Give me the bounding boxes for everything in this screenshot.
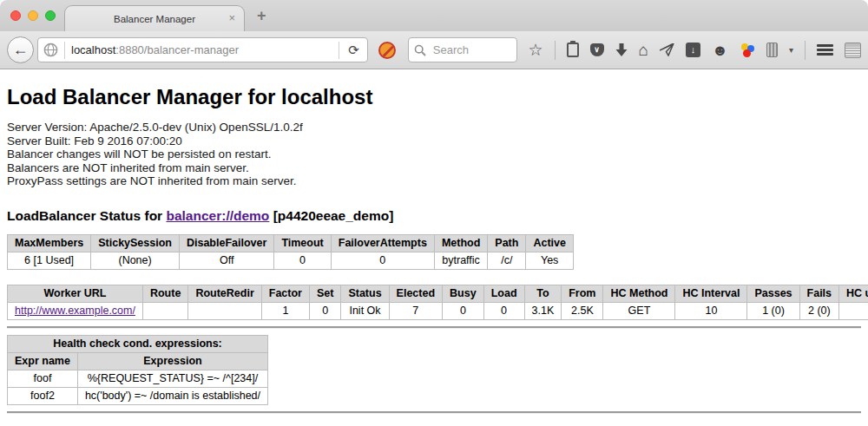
val-worker-url: http://www.example.com/ bbox=[8, 302, 143, 319]
content-blocked-icon[interactable] bbox=[378, 42, 396, 59]
val-hc-method: GET bbox=[603, 302, 675, 319]
pocket-icon[interactable]: ∨ bbox=[590, 43, 604, 56]
clipboard-icon[interactable] bbox=[567, 43, 579, 57]
worker-header-row: Worker URL Route RouteRedir Factor Set S… bbox=[8, 285, 868, 302]
globe-icon[interactable] bbox=[43, 43, 58, 57]
val-status: Init Ok bbox=[341, 302, 389, 319]
val-elected: 7 bbox=[389, 302, 442, 319]
search-input[interactable] bbox=[431, 43, 511, 57]
val-maxmembers: 6 [1 Used] bbox=[8, 252, 91, 269]
col-expr-name: Expr name bbox=[8, 352, 78, 370]
col-path: Path bbox=[488, 234, 526, 252]
col-routeredir: RouteRedir bbox=[188, 285, 261, 302]
toolbar-icons: ☆ ∨ ⌂ ↓ ☻ ▾ bbox=[528, 41, 861, 60]
url-text[interactable]: localhost:8880/balancer-manager bbox=[71, 43, 332, 56]
val-method: bytraffic bbox=[434, 252, 487, 269]
downloads-icon[interactable] bbox=[615, 43, 628, 57]
val-disablefailover: Off bbox=[179, 252, 273, 269]
val-from: 2.5K bbox=[562, 302, 603, 319]
val-stickysession: (None) bbox=[91, 252, 180, 269]
browser-window: Balancer Manager × + ← localhost:8880/ba… bbox=[0, 0, 868, 426]
col-fails: Fails bbox=[799, 285, 839, 302]
zoom-window-button[interactable] bbox=[45, 10, 56, 21]
val-busy: 0 bbox=[443, 302, 484, 319]
val-to: 3.1K bbox=[524, 302, 562, 319]
val-set: 0 bbox=[309, 302, 340, 319]
worker-table: Worker URL Route RouteRedir Factor Set S… bbox=[7, 285, 868, 320]
persist-notice-line: Balancer changes will NOT be persisted o… bbox=[7, 147, 861, 161]
url-bar[interactable]: localhost:8880/balancer-manager ⟳ bbox=[37, 37, 368, 62]
tab-close-icon[interactable]: × bbox=[228, 12, 235, 24]
health-row-foof: foof %{REQUEST_STATUS} =~ /^[234]/ bbox=[8, 370, 268, 387]
health-title-row: Health check cond. expressions: bbox=[8, 335, 268, 352]
val-active: Yes bbox=[526, 252, 574, 269]
col-busy: Busy bbox=[443, 285, 484, 302]
col-maxmembers: MaxMembers bbox=[8, 234, 91, 252]
urlbar-divider bbox=[64, 42, 65, 59]
val-failoverattempts: 0 bbox=[331, 252, 434, 269]
balancer-demo-link[interactable]: balancer://demo bbox=[166, 208, 269, 223]
hello-smiley-icon[interactable]: ☻ bbox=[712, 43, 728, 58]
col-hc-method: HC Method bbox=[603, 285, 675, 302]
val-route bbox=[142, 302, 187, 319]
val-load: 0 bbox=[483, 302, 524, 319]
col-set: Set bbox=[309, 285, 340, 302]
container-extension-icon[interactable] bbox=[766, 43, 778, 57]
proxypass-notice-line: ProxyPass settings are NOT inherited fro… bbox=[7, 174, 861, 188]
new-tab-button[interactable]: + bbox=[257, 7, 266, 25]
val-routeredir bbox=[188, 302, 261, 319]
toolbar-separator bbox=[555, 41, 556, 60]
worker-url-link[interactable]: http://www.example.com/ bbox=[15, 305, 135, 317]
col-passes: Passes bbox=[747, 285, 799, 302]
val-expr-name-1: foof bbox=[8, 370, 78, 387]
browser-tab[interactable]: Balancer Manager × bbox=[64, 5, 245, 31]
search-icon bbox=[414, 44, 426, 56]
close-window-button[interactable] bbox=[10, 10, 21, 21]
back-button[interactable]: ← bbox=[7, 36, 34, 63]
balancer-header-row: MaxMembers StickySession DisableFailover… bbox=[8, 234, 574, 252]
menu-icon[interactable] bbox=[817, 44, 833, 56]
col-disablefailover: DisableFailover bbox=[179, 234, 273, 252]
val-factor: 1 bbox=[261, 302, 309, 319]
col-stickysession: StickySession bbox=[91, 234, 180, 252]
col-to: To bbox=[524, 285, 562, 302]
col-hc-uri: HC uri bbox=[839, 285, 868, 302]
traffic-lights bbox=[10, 10, 56, 21]
val-expression-1: %{REQUEST_STATUS} =~ /^[234]/ bbox=[77, 370, 267, 387]
tab-title: Balancer Manager bbox=[114, 14, 195, 24]
col-worker-url: Worker URL bbox=[8, 285, 143, 302]
col-expression: Expression bbox=[77, 352, 267, 370]
col-from: From bbox=[562, 285, 603, 302]
colored-dots-extension-icon[interactable] bbox=[740, 43, 755, 57]
col-status: Status bbox=[341, 285, 389, 302]
home-icon[interactable]: ⌂ bbox=[639, 42, 648, 58]
bottom-divider bbox=[7, 411, 861, 414]
col-hc-interval: HC Interval bbox=[675, 285, 747, 302]
val-hc-uri bbox=[839, 302, 868, 319]
balancer-data-row: 6 [1 Used] (None) Off 0 0 bytraffic /c/ … bbox=[8, 252, 574, 269]
worker-data-row: http://www.example.com/ 1 0 Init Ok 7 0 … bbox=[8, 302, 868, 319]
download-manager-icon[interactable]: ↓ bbox=[686, 43, 700, 57]
col-factor: Factor bbox=[261, 285, 309, 302]
health-row-foof2: foof2 hc('body') =~ /domain is establish… bbox=[8, 387, 268, 404]
col-failoverattempts: FailoverAttempts bbox=[331, 234, 434, 252]
col-load: Load bbox=[483, 285, 524, 302]
url-path: :8880/balancer-manager bbox=[115, 43, 239, 56]
inherit-notice-line: Balancers are NOT inherited from main se… bbox=[7, 161, 861, 175]
health-check-table: Health check cond. expressions: Expr nam… bbox=[7, 335, 268, 405]
server-info: Server Version: Apache/2.5.0-dev (Unix) … bbox=[7, 121, 861, 188]
send-plane-icon[interactable] bbox=[660, 43, 674, 56]
val-timeout: 0 bbox=[274, 252, 331, 269]
search-bar[interactable] bbox=[408, 37, 518, 62]
val-fails: 2 (0) bbox=[799, 302, 839, 319]
overflow-caret-icon[interactable]: ▾ bbox=[789, 45, 793, 55]
bookmark-star-icon[interactable]: ☆ bbox=[528, 42, 542, 58]
grid-page-icon[interactable] bbox=[845, 43, 861, 58]
tab-bar: Balancer Manager × + bbox=[0, 0, 868, 31]
col-active: Active bbox=[526, 234, 574, 252]
minimize-window-button[interactable] bbox=[28, 10, 38, 21]
reload-icon[interactable]: ⟳ bbox=[345, 43, 362, 58]
loadbalancer-status-heading: LoadBalancer Status for balancer://demo … bbox=[7, 208, 861, 224]
server-version-line: Server Version: Apache/2.5.0-dev (Unix) … bbox=[7, 121, 861, 134]
back-icon: ← bbox=[13, 41, 29, 59]
